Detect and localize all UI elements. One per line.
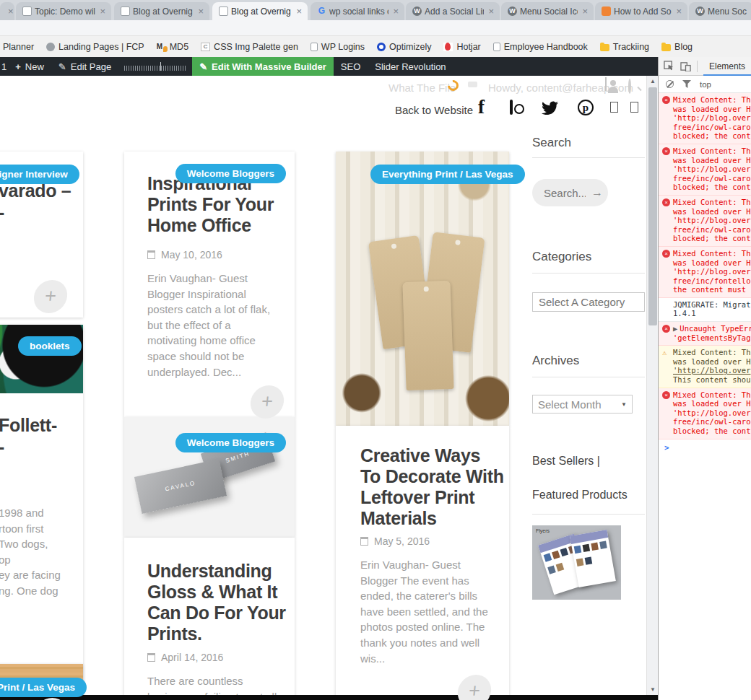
instagram-icon[interactable]: [510, 100, 513, 115]
bookmark-folder-tracking[interactable]: Trackiing: [600, 42, 649, 52]
bookmark-css-palette[interactable]: CCSS Img Palette gen: [201, 42, 298, 52]
tab-menu-social-icons[interactable]: W Menu Social Ico ×: [501, 2, 594, 20]
missing-glyph-icon[interactable]: [630, 102, 638, 113]
post-title-line2[interactable]: -: [0, 437, 4, 458]
md5-icon: M: [157, 43, 166, 51]
sidebar-search-title: Search: [532, 136, 571, 150]
new-button[interactable]: +New: [8, 57, 51, 76]
scroll-up-icon[interactable]: ▲: [647, 78, 659, 84]
close-icon[interactable]: ×: [487, 6, 495, 16]
doc-icon: [311, 43, 318, 51]
category-input[interactable]: [532, 292, 645, 312]
tab-partial[interactable]: ×: [0, 2, 14, 20]
tab-how-to-add[interactable]: How to Add Soc ×: [595, 2, 687, 20]
post-image-tags[interactable]: Everything Print / Las Vegas: [336, 152, 509, 426]
close-icon[interactable]: ×: [295, 6, 303, 16]
bookmark-landing-pages[interactable]: Landing Pages | FCP: [46, 42, 144, 52]
post-title[interactable]: Follett-: [0, 415, 57, 436]
close-icon[interactable]: ×: [6, 6, 15, 16]
scrollbar-thumb[interactable]: [648, 87, 657, 325]
console-log[interactable]: JQMIGRATE: Migrat 1.4.1: [659, 298, 751, 322]
category-badge[interactable]: Everything Print / Las Vegas: [370, 165, 525, 184]
console-error[interactable]: × Mixed Content: Th was loaded over H 'h…: [659, 144, 751, 196]
close-icon[interactable]: ×: [391, 6, 400, 16]
what-the-file-link[interactable]: What The File: [388, 82, 456, 94]
tab-blog-active[interactable]: Blog at Overnig ×: [212, 2, 308, 20]
scroll-down-icon[interactable]: ▼: [647, 686, 659, 693]
console-warning[interactable]: ⚠ Mixed Content: Th was loaded over H 'h…: [659, 346, 751, 388]
expand-post-button[interactable]: +: [32, 280, 69, 313]
close-icon[interactable]: ×: [196, 6, 205, 16]
tab-menu-social-2[interactable]: W Menu Social I: [689, 2, 751, 20]
console-error-expandable[interactable]: × ▶Uncaught TypeErr 'getElementsByTag: [659, 322, 751, 346]
expand-triangle-icon[interactable]: ▶: [673, 324, 677, 333]
console-prompt[interactable]: >: [659, 439, 751, 453]
post-title[interactable]: Understanding Gloss & What It Can Do For…: [147, 561, 288, 644]
post-image-business-cards[interactable]: Welcome Bloggers SMITH CAVALO: [124, 417, 295, 538]
execution-context-select[interactable]: top: [700, 80, 711, 89]
google-favicon-icon: G: [317, 6, 326, 16]
inspect-icon[interactable]: [664, 61, 674, 71]
tab-blog-1[interactable]: Blog at Overnig ×: [114, 2, 209, 20]
tab-elements[interactable]: Elements: [703, 57, 751, 76]
filter-icon[interactable]: [682, 80, 691, 88]
bookmark-folder-blog[interactable]: Blog: [661, 42, 693, 52]
massive-builder-button[interactable]: ✎Edit With Massive Builder: [192, 57, 334, 76]
bookmark-employee-handbook[interactable]: Employee Handbook: [493, 42, 588, 52]
search-form[interactable]: →: [532, 179, 608, 206]
console-error[interactable]: × Mixed Content: Th was loaded over H 'h…: [659, 247, 751, 298]
stats-sparkline-icon[interactable]: [124, 62, 186, 71]
back-to-website-link[interactable]: Back to Website: [395, 104, 473, 116]
close-icon[interactable]: ×: [581, 6, 589, 16]
slider-revolution-menu[interactable]: Slider Revolution: [368, 57, 453, 76]
bookmark-md5[interactable]: MMD5: [157, 42, 188, 52]
tab-add-social-link[interactable]: W Add a Social Lin ×: [406, 2, 500, 20]
featured-product-image[interactable]: Flyers: [532, 525, 621, 600]
device-toolbar-icon[interactable]: [680, 61, 691, 71]
category-badge[interactable]: Welcome Bloggers: [175, 433, 286, 452]
post-title[interactable]: Creative Ways To Decorate With Leftover …: [360, 445, 505, 529]
console-error[interactable]: × Mixed Content: Th was loaded over H 'h…: [659, 388, 751, 439]
bookmark-hotjar[interactable]: Hotjar: [443, 42, 480, 52]
sidebar-categories-title: Categories: [532, 250, 591, 264]
twitter-icon[interactable]: [542, 101, 558, 115]
facebook-icon[interactable]: f: [478, 96, 485, 118]
close-icon[interactable]: ×: [98, 6, 107, 16]
seo-menu[interactable]: SEO: [334, 57, 368, 76]
window-bottom-edge: [0, 695, 658, 700]
tab-topic-demo[interactable]: Topic: Demo wil ×: [16, 2, 111, 20]
close-icon[interactable]: ×: [674, 6, 683, 16]
console-error[interactable]: × Mixed Content: Th was loaded over H 'h…: [659, 93, 751, 144]
bookmark-optimizely[interactable]: Optimizely: [377, 42, 431, 52]
month-select[interactable]: Select Month ▼: [532, 395, 633, 414]
missing-glyph-icon[interactable]: [610, 102, 618, 113]
bookmark-wp-logins[interactable]: WP Logins: [311, 42, 365, 52]
comments-count[interactable]: 1: [0, 57, 8, 76]
category-badge[interactable]: Welcome Bloggers: [175, 164, 286, 183]
category-badge[interactable]: Print / Las Vegas: [0, 678, 87, 697]
divider: [697, 61, 698, 72]
category-badge[interactable]: booklets: [18, 336, 82, 356]
post-image-parrot[interactable]: booklets: [0, 325, 83, 393]
edit-page-button[interactable]: ✎Edit Page: [51, 57, 118, 76]
post-card-wood: Print / Las Vegas: [0, 664, 83, 700]
flame-icon: [443, 43, 453, 51]
optimizely-icon: [377, 43, 386, 51]
featured-products-link[interactable]: Featured Products: [532, 489, 628, 502]
error-icon: ×: [662, 250, 670, 258]
page-scrollbar[interactable]: ▲ ▼: [646, 76, 658, 700]
pinterest-icon[interactable]: p: [578, 100, 594, 115]
category-badge[interactable]: signer Interview: [0, 165, 79, 184]
post-title-line2[interactable]: -: [0, 202, 4, 223]
search-icon[interactable]: [628, 79, 631, 94]
arrow-right-icon[interactable]: →: [591, 186, 603, 199]
tab-wp-social-links[interactable]: G wp social links o ×: [311, 2, 404, 20]
console-error[interactable]: × Mixed Content: Th was loaded over H 'h…: [659, 196, 751, 247]
console-link[interactable]: 'http://blog.over: [673, 366, 750, 375]
clear-console-icon[interactable]: [666, 80, 674, 88]
bookmark-planner[interactable]: Planner: [3, 42, 34, 52]
browser-toolbar: [0, 20, 751, 36]
search-input[interactable]: [544, 187, 586, 199]
best-sellers-link[interactable]: Best Sellers |: [532, 455, 600, 468]
avatar[interactable]: [605, 77, 607, 91]
